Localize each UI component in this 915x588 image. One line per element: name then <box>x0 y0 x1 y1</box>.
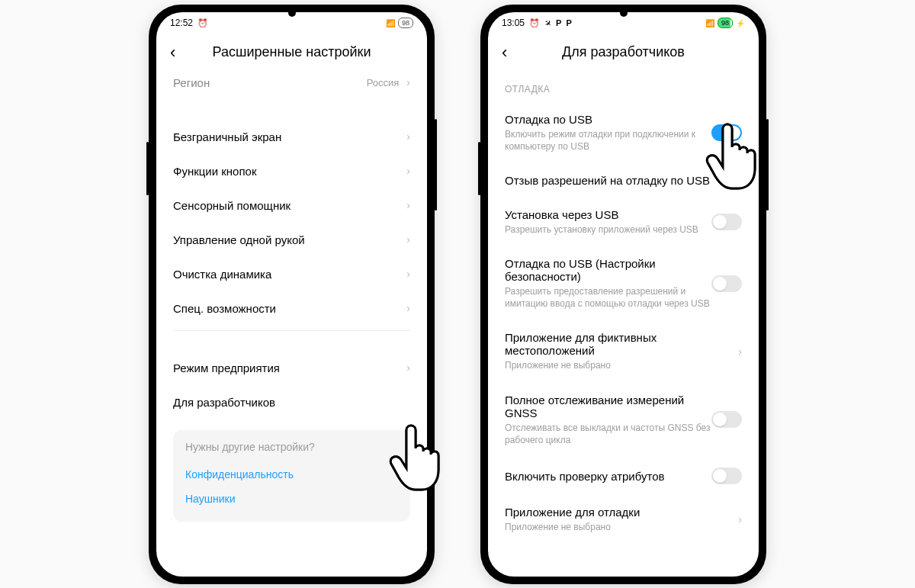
header: ‹ Расширенные настройки <box>156 34 427 73</box>
toggle-usb-debugging[interactable] <box>711 124 742 141</box>
signal-icon <box>705 18 714 28</box>
row-debug-app[interactable]: Приложение для отладки Приложение не выб… <box>505 495 742 544</box>
row-region[interactable]: Регион Россия › <box>173 73 410 100</box>
content-area: ОТЛАДКА Отладка по USB Включить режим от… <box>488 73 759 577</box>
row-attribute-check[interactable]: Включить проверку атрибутов <box>505 457 742 495</box>
row-install-via-usb[interactable]: Установка через USB Разрешить установку … <box>505 198 742 246</box>
row-value: Россия <box>367 77 400 88</box>
page-title: Для разработчиков <box>525 44 722 60</box>
signal-icon <box>386 18 395 28</box>
phone-left: 12:52 98 ‹ Расширенные настройки Регион … <box>149 5 435 584</box>
status-time: 13:05 <box>502 18 525 28</box>
screen-right: 13:05 98 ‹ Для разработчиков ОТЛАДКА Отл… <box>488 12 759 577</box>
battery-indicator: 98 <box>398 18 413 28</box>
toggle-gnss[interactable] <box>711 411 742 428</box>
row-revoke-usb[interactable]: Отзыв разрешений на отладку по USB <box>505 163 742 198</box>
toggle-attribute-check[interactable] <box>711 468 742 484</box>
link-privacy[interactable]: Конфиденциальность <box>185 462 398 487</box>
phone-right: 13:05 98 ‹ Для разработчиков ОТЛАДКА Отл… <box>480 5 766 584</box>
row-usb-debugging[interactable]: Отладка по USB Включить режим отладки пр… <box>505 102 742 163</box>
header: ‹ Для разработчиков <box>488 34 759 73</box>
toggle-install-usb[interactable] <box>711 214 742 230</box>
battery-indicator: 98 <box>718 18 733 28</box>
app-p-icon <box>566 18 571 28</box>
chevron-right-icon: › <box>406 302 410 314</box>
row-button-functions[interactable]: Функции кнопок › <box>173 154 410 188</box>
row-label: Регион <box>173 76 367 89</box>
back-button[interactable]: ‹ <box>502 43 525 63</box>
charging-icon <box>736 18 745 28</box>
row-gnss[interactable]: Полное отслеживание измерений GNSS Отсле… <box>505 383 742 457</box>
chevron-right-icon: › <box>406 165 410 177</box>
row-usb-security[interactable]: Отладка по USB (Настройки безопасности) … <box>505 246 742 320</box>
row-speaker-cleaning[interactable]: Очистка динамика › <box>173 257 410 291</box>
page-title: Расширенные настройки <box>193 44 390 60</box>
row-fullscreen[interactable]: Безграничный экран › <box>173 120 410 154</box>
chevron-right-icon: › <box>406 268 410 280</box>
status-time: 12:52 <box>170 18 193 28</box>
chevron-right-icon: › <box>738 513 742 525</box>
alarm-icon <box>529 18 540 28</box>
row-touch-assistant[interactable]: Сенсорный помощник › <box>173 188 410 223</box>
row-developer-options[interactable]: Для разработчиков <box>173 385 410 419</box>
back-button[interactable]: ‹ <box>170 43 193 63</box>
camera-notch <box>620 9 628 17</box>
chevron-right-icon: › <box>406 199 410 211</box>
chevron-right-icon: › <box>738 345 742 358</box>
row-accessibility[interactable]: Спец. возможности › <box>173 291 410 326</box>
content-area: Регион Россия › Безграничный экран › Фун… <box>156 73 427 577</box>
alarm-icon <box>197 18 208 28</box>
telegram-icon <box>544 18 551 28</box>
camera-notch <box>288 9 296 17</box>
suggestions-card: Нужны другие настройки? Конфиденциальнос… <box>173 430 410 522</box>
link-headphones[interactable]: Наушники <box>185 487 398 511</box>
screen-left: 12:52 98 ‹ Расширенные настройки Регион … <box>156 12 427 577</box>
row-enterprise-mode[interactable]: Режим предприятия › <box>173 351 410 385</box>
row-mock-location[interactable]: Приложение для фиктивных местоположений … <box>505 320 742 382</box>
section-header: ОТЛАДКА <box>505 73 742 102</box>
suggestions-hint: Нужны другие настройки? <box>185 441 398 453</box>
row-one-hand[interactable]: Управление одной рукой › <box>173 223 410 257</box>
chevron-right-icon: › <box>406 130 410 143</box>
chevron-right-icon: › <box>406 361 410 374</box>
toggle-usb-security[interactable] <box>711 275 742 292</box>
app-p-icon <box>556 18 561 28</box>
chevron-right-icon: › <box>406 76 410 88</box>
chevron-right-icon: › <box>406 233 410 246</box>
